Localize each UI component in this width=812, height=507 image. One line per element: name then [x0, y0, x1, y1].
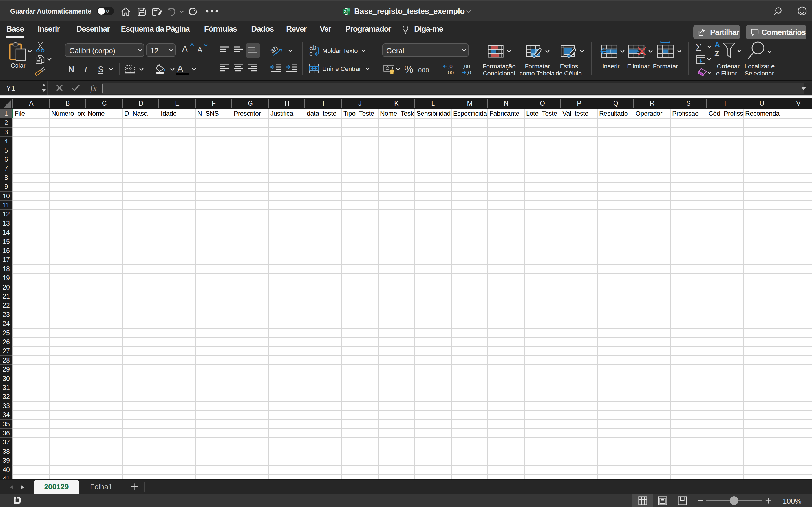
svg-text:,0: ,0 [467, 69, 471, 75]
svg-text:ab: ab [268, 44, 280, 55]
svg-text:,0: ,0 [448, 63, 453, 69]
svg-text:X: X [344, 9, 347, 13]
svg-text:,00: ,00 [463, 63, 470, 69]
svg-text:c: c [309, 50, 313, 57]
svg-text:,00: ,00 [446, 69, 454, 75]
